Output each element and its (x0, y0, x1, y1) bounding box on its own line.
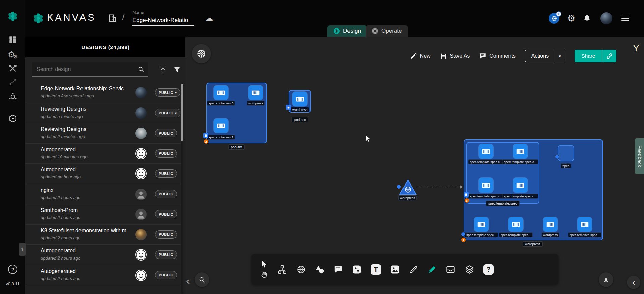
brand-logo-icon[interactable] (32, 12, 45, 25)
shield-dot-icon (397, 185, 401, 189)
container-node[interactable] (292, 92, 307, 106)
design-list-item[interactable]: Reviewing Designs updated 2 minutes ago … (25, 123, 181, 144)
node-label: spec.template.spec.c... (468, 159, 504, 164)
hamburger-menu-icon[interactable] (621, 0, 629, 37)
user-avatar[interactable] (600, 0, 612, 37)
visibility-badge[interactable]: PUBLIC (155, 210, 177, 218)
collapse-left-chevron[interactable]: ‹ (186, 275, 190, 287)
kubernetes-tool[interactable] (296, 265, 306, 274)
share-split-button[interactable]: Share (575, 50, 616, 62)
kanvas-logo-icon[interactable] (0, 10, 25, 23)
filter-icon[interactable] (173, 66, 181, 74)
spec-node[interactable] (558, 145, 574, 161)
notification-center-button[interactable]: 1 (549, 0, 559, 37)
container-node[interactable] (214, 85, 228, 100)
visibility-badge[interactable]: PUBLIC (155, 190, 177, 198)
tab-operate[interactable]: Operate (366, 25, 408, 37)
container-node[interactable] (474, 217, 489, 232)
comment-tool[interactable] (334, 265, 343, 274)
media-tool[interactable] (352, 265, 362, 274)
design-list-item[interactable]: Autogenerated updated 10 minutes ago PUB… (25, 144, 181, 164)
tools-icon[interactable] (0, 64, 25, 73)
pen-tool[interactable] (409, 265, 418, 274)
visibility-badge[interactable]: PUBLIC (155, 149, 177, 158)
zoom-button[interactable] (195, 272, 209, 287)
panel-expand-handle[interactable]: › (19, 243, 26, 256)
dashboard-icon[interactable] (0, 35, 25, 44)
design-list-item[interactable]: Santhosh-Prom updated 2 hours ago PUBLIC (25, 204, 181, 225)
caret-down-icon[interactable]: ▾ (555, 50, 565, 62)
settings-gear-icon[interactable]: ⚙ (567, 0, 575, 37)
node-label: spec.containers.0 (207, 101, 235, 106)
container-node[interactable] (513, 144, 528, 159)
text-tool[interactable]: T (371, 264, 381, 275)
design-name: Autogenerated (41, 167, 76, 173)
split-view-icon[interactable]: Y (633, 43, 639, 54)
mesh-hexagon-icon[interactable] (0, 114, 25, 123)
freehand-draw-tool-active[interactable] (427, 265, 437, 274)
settings-gears-icon[interactable]: ⚙ ⚙ (0, 50, 25, 60)
kubernetes-context-button[interactable] (192, 44, 211, 63)
design-list-item[interactable]: K8 Statefulset demonstration with m upda… (25, 225, 181, 245)
bell-icon[interactable] (583, 0, 591, 37)
container-node[interactable] (479, 144, 493, 159)
relationship-edge[interactable] (418, 187, 462, 187)
connection-path-icon[interactable] (0, 78, 25, 86)
visibility-badge[interactable]: PUBLIC ▾ (155, 109, 180, 117)
drawer-tool[interactable] (446, 265, 455, 274)
pan-hand-tool[interactable] (260, 271, 268, 279)
design-list-item[interactable]: Autogenerated updated 2 hours ago PUBLIC (25, 245, 181, 265)
new-design-button[interactable]: New (410, 53, 431, 60)
copy-link-icon[interactable] (602, 50, 616, 62)
flowchart-tool[interactable] (277, 265, 287, 274)
organization-icon[interactable] (108, 14, 117, 23)
container-node[interactable] (513, 178, 528, 193)
design-author-avatar (135, 87, 147, 98)
design-list-item[interactable]: Reviewing Designs updated a minute ago P… (25, 103, 181, 124)
import-design-icon[interactable] (159, 66, 167, 74)
image-tool[interactable] (390, 265, 400, 274)
designs-scrollbar-thumb[interactable] (181, 84, 183, 141)
designs-scrollbar[interactable] (181, 83, 183, 294)
design-list-item[interactable]: Autogenerated updated an hour ago PUBLIC (25, 164, 181, 184)
collapse-right-chevron-button[interactable]: ‹ (627, 276, 640, 289)
pointer-tool[interactable] (260, 260, 268, 268)
container-node[interactable] (248, 85, 263, 100)
design-canvas[interactable]: New Save As Comments Actions ▾ Share (185, 37, 644, 294)
visibility-badge[interactable]: PUBLIC (155, 250, 177, 259)
container-node[interactable] (543, 217, 558, 232)
help-button[interactable]: ? (0, 265, 25, 274)
feedback-tab[interactable]: Feedback (635, 138, 644, 174)
container-node[interactable] (214, 118, 228, 133)
design-list-item[interactable]: nginx updated 2 hours ago PUBLIC (25, 184, 181, 205)
environments-icon[interactable] (0, 92, 25, 101)
save-as-button[interactable]: Save As (440, 53, 470, 60)
design-name-input[interactable] (132, 16, 194, 26)
design-name: K8 Statefulset demonstration with m (41, 228, 126, 234)
locate-design-button[interactable] (599, 272, 613, 287)
group-label: wordpress (523, 241, 543, 247)
visibility-badge[interactable]: PUBLIC (155, 129, 177, 137)
design-list-item[interactable]: Autogenerated updated 2 hours ago PUBLIC (25, 265, 181, 286)
container-node[interactable] (508, 217, 523, 232)
comment-icon (479, 52, 486, 60)
container-node[interactable] (577, 217, 592, 232)
visibility-badge[interactable]: PUBLIC (155, 230, 177, 239)
shapes-tool[interactable] (315, 265, 325, 274)
search-input[interactable] (32, 66, 137, 72)
container-node[interactable] (479, 178, 493, 193)
comments-button[interactable]: Comments (479, 52, 515, 60)
visibility-badge[interactable]: PUBLIC (155, 169, 177, 178)
actions-dropdown[interactable]: Actions ▾ (525, 50, 565, 62)
tab-design[interactable]: Design (327, 25, 367, 37)
design-name: Reviewing Designs (41, 126, 86, 132)
help-tool[interactable]: ? (483, 264, 494, 275)
design-list-item[interactable]: Edge-Network-Relationship: Servic update… (25, 83, 181, 103)
node-label: spec.template.spec.c... (502, 194, 538, 199)
layers-tool[interactable] (465, 265, 474, 274)
search-icon[interactable] (137, 66, 145, 73)
lock-icon (286, 105, 291, 110)
service-node[interactable] (399, 179, 417, 195)
visibility-badge[interactable]: PUBLIC ▾ (155, 88, 180, 97)
visibility-badge[interactable]: PUBLIC (155, 271, 177, 279)
